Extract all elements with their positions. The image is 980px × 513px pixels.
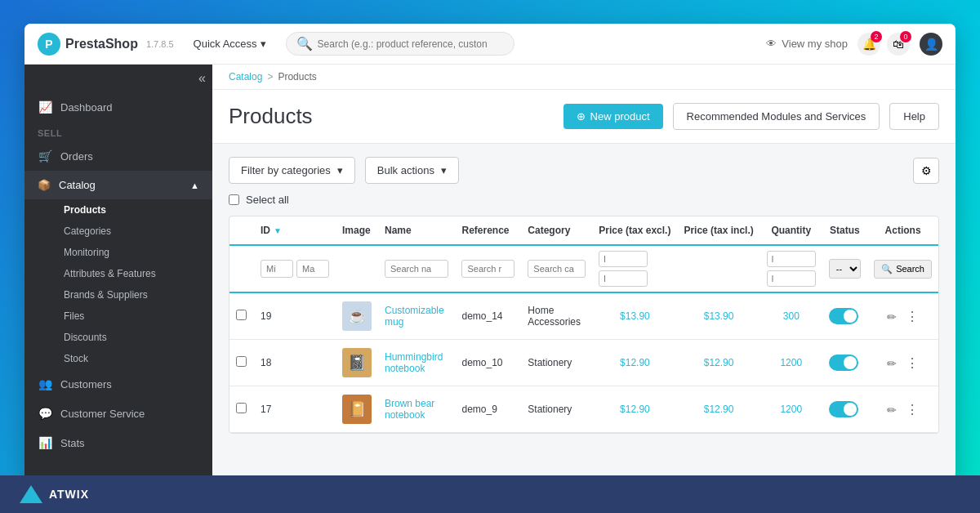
row-actions-cell: ✏ ⋮ [867, 340, 938, 386]
quick-access-btn[interactable]: Quick Access ▾ [187, 34, 273, 53]
breadcrumb: Catalog > Products [212, 65, 956, 90]
new-product-button[interactable]: ⊕ New product [564, 104, 663, 129]
sidebar-item-customer-service[interactable]: 💬 Customer Service [24, 399, 212, 428]
sidebar-item-catalog[interactable]: 📦 Catalog ▲ [24, 171, 212, 199]
recommended-modules-button[interactable]: Recommended Modules and Services [673, 103, 880, 130]
submenu-monitoring[interactable]: Monitoring [51, 242, 212, 263]
row-id-cell: 19 [254, 292, 336, 340]
more-actions-button[interactable]: ⋮ [902, 307, 922, 326]
edit-button[interactable]: ✏ [884, 355, 900, 372]
row-reference-cell: demo_10 [455, 340, 521, 386]
user-avatar[interactable]: 👤 [920, 33, 942, 56]
cart-btn[interactable]: 🛍 0 [887, 33, 910, 56]
submenu-categories[interactable]: Categories [51, 221, 212, 242]
select-all-checkbox[interactable] [229, 194, 239, 205]
search-icon: 🔍 [296, 36, 313, 51]
breadcrumb-current: Products [278, 71, 316, 83]
table-row: 18 📓 Hummingbird notebook demo_10 Statio… [229, 340, 938, 386]
category-search-input[interactable] [528, 260, 586, 278]
sidebar-item-customers[interactable]: 👥 Customers [24, 369, 212, 399]
submenu-brands[interactable]: Brands & Suppliers [51, 284, 212, 306]
search-status-cell: -- Enabled Disabled [822, 245, 867, 292]
settings-button[interactable]: ⚙ [913, 158, 939, 184]
id-max-input[interactable] [296, 260, 329, 278]
sidebar-customers-label: Customers [60, 378, 112, 390]
th-reference: Reference [455, 216, 521, 245]
name-search-input[interactable] [385, 260, 448, 278]
status-toggle[interactable] [829, 401, 858, 417]
catalog-chevron-icon: ▲ [190, 181, 199, 190]
th-price-incl: Price (tax incl.) [677, 216, 760, 245]
price-excl-max-input[interactable] [599, 270, 648, 287]
row-name-cell: Hummingbird notebook [378, 340, 455, 386]
edit-button[interactable]: ✏ [884, 309, 900, 325]
edit-button[interactable]: ✏ [884, 402, 900, 418]
th-id: ID ▼ [254, 216, 336, 245]
notif-badge: 2 [871, 31, 882, 42]
th-price-excl: Price (tax excl.) [592, 216, 677, 245]
bulk-actions-button[interactable]: Bulk actions ▾ [365, 157, 459, 184]
cart-badge: 0 [900, 31, 911, 42]
search-price-excl-cell [592, 245, 677, 292]
content-header: Products ⊕ New product Recommended Modul… [212, 90, 956, 144]
global-search-input[interactable] [318, 38, 504, 50]
main-layout: « 📈 Dashboard SELL 🛒 Orders 📦 Catalog ▲ … [24, 65, 956, 489]
row-status-cell [822, 292, 867, 340]
sidebar-item-orders[interactable]: 🛒 Orders [24, 141, 212, 171]
reference-search-input[interactable] [461, 260, 514, 278]
row-price-incl-cell: $13.90 [677, 292, 760, 340]
row-price-excl-cell: $13.90 [592, 292, 677, 340]
row-checkbox[interactable] [236, 356, 247, 367]
row-reference-cell: demo_14 [455, 292, 521, 340]
row-id-cell: 18 [254, 340, 336, 386]
search-btn-icon: 🔍 [881, 264, 893, 274]
qty-min-input[interactable] [767, 251, 816, 267]
submenu-products[interactable]: Products [51, 199, 212, 221]
content-body: Filter by categories ▾ Bulk actions ▾ ⚙ … [212, 144, 956, 447]
help-button[interactable]: Help [889, 103, 939, 130]
row-checkbox[interactable] [236, 403, 247, 413]
search-button[interactable]: 🔍 Search [874, 260, 932, 279]
sidebar-collapse-btn[interactable]: « [198, 71, 206, 86]
search-name-cell [378, 245, 455, 292]
view-shop-btn[interactable]: 👁 View my shop [766, 38, 848, 50]
product-name-link[interactable]: Brown bear notebook [385, 398, 434, 421]
submenu-discounts[interactable]: Discounts [51, 327, 212, 348]
more-actions-button[interactable]: ⋮ [902, 400, 922, 419]
row-checkbox[interactable] [236, 310, 247, 320]
breadcrumb-separator: > [267, 71, 273, 83]
row-checkbox-cell [229, 340, 254, 386]
row-checkbox-cell [229, 292, 254, 340]
filter-categories-button[interactable]: Filter by categories ▾ [229, 157, 355, 184]
price-excl-min-input[interactable] [599, 251, 648, 267]
notifications-btn[interactable]: 🔔 2 [858, 33, 880, 56]
qty-max-input[interactable] [767, 270, 816, 287]
status-toggle[interactable] [829, 308, 858, 324]
product-name-link[interactable]: Hummingbird notebook [385, 351, 443, 374]
global-search[interactable]: 🔍 [286, 32, 514, 56]
status-toggle[interactable] [829, 355, 858, 371]
search-reference-cell [455, 245, 521, 292]
submenu-files[interactable]: Files [51, 306, 212, 327]
row-status-cell [822, 386, 867, 433]
sidebar-item-dashboard[interactable]: 📈 Dashboard [24, 92, 212, 122]
submenu-stock[interactable]: Stock [51, 348, 212, 369]
search-category-cell [521, 245, 592, 292]
products-table-body: 19 ☕ Customizable mug demo_14 Home Acces… [229, 292, 938, 433]
submenu-attributes[interactable]: Attributes & Features [51, 263, 212, 284]
atwix-name: ATWIX [49, 488, 89, 501]
sort-icon: ▼ [274, 226, 282, 235]
row-id-cell: 17 [254, 386, 336, 433]
row-image-cell: ☕ [336, 292, 378, 340]
sidebar-item-stats[interactable]: 📊 Stats [24, 428, 212, 457]
top-bar: P PrestaShop 1.7.8.5 Quick Access ▾ 🔍 👁 … [24, 24, 956, 65]
table-row: 19 ☕ Customizable mug demo_14 Home Acces… [229, 292, 938, 340]
breadcrumb-catalog[interactable]: Catalog [229, 71, 262, 83]
more-actions-button[interactable]: ⋮ [902, 354, 922, 372]
product-name-link[interactable]: Customizable mug [385, 305, 444, 328]
id-min-input[interactable] [261, 260, 293, 278]
table-header-row: ID ▼ Image Name Reference Category Price… [229, 216, 938, 245]
products-table: ID ▼ Image Name Reference Category Price… [229, 216, 938, 433]
search-id-cell [254, 245, 336, 292]
status-select[interactable]: -- Enabled Disabled [829, 259, 861, 279]
